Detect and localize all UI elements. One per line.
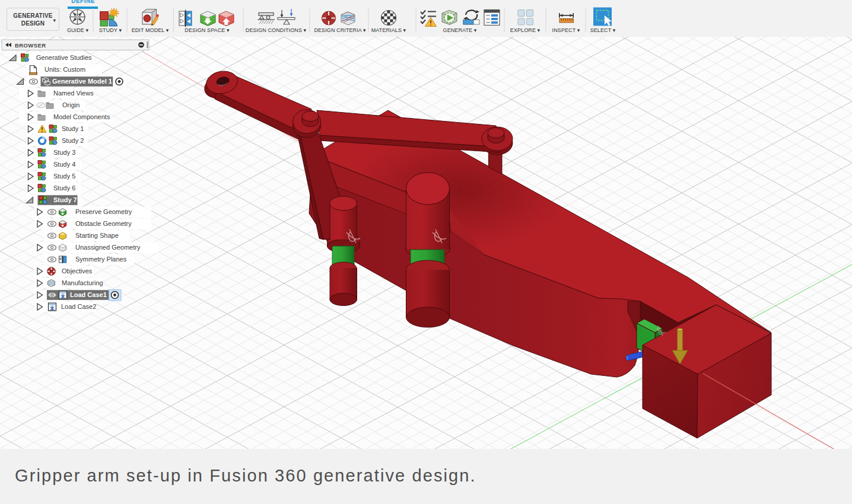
svg-text:Generative Studies: Generative Studies xyxy=(36,54,92,61)
svg-text:Load Case1: Load Case1 xyxy=(70,291,107,298)
svg-text:Unassigned Geometry: Unassigned Geometry xyxy=(75,244,141,251)
svg-text:Study 3: Study 3 xyxy=(53,149,75,156)
svg-text:Manufacturing: Manufacturing xyxy=(62,279,103,286)
svg-text:Study 5: Study 5 xyxy=(53,173,75,180)
svg-text:Study 2: Study 2 xyxy=(62,137,84,144)
svg-text:Study 7: Study 7 xyxy=(53,196,77,203)
svg-text:Obstacle Geometry: Obstacle Geometry xyxy=(75,220,132,227)
svg-text:Study 1: Study 1 xyxy=(62,125,84,132)
svg-text:Origin: Origin xyxy=(62,101,80,109)
svg-text:BROWSER: BROWSER xyxy=(15,42,46,49)
svg-text:Symmetry Planes: Symmetry Planes xyxy=(75,256,127,263)
svg-text:Study 4: Study 4 xyxy=(53,161,75,168)
svg-text:Model Components: Model Components xyxy=(53,113,110,120)
svg-text:Generative Model 1: Generative Model 1 xyxy=(52,78,112,85)
svg-text:Load Case2: Load Case2 xyxy=(61,303,96,310)
svg-text:Named Views: Named Views xyxy=(53,90,94,97)
svg-text:Objectives: Objectives xyxy=(62,267,93,275)
svg-text:Units: Custom: Units: Custom xyxy=(44,66,85,73)
svg-text:Starting Shape: Starting Shape xyxy=(75,232,119,239)
svg-text:Study 6: Study 6 xyxy=(53,184,75,192)
svg-text:Preserve Geometry: Preserve Geometry xyxy=(75,208,132,215)
